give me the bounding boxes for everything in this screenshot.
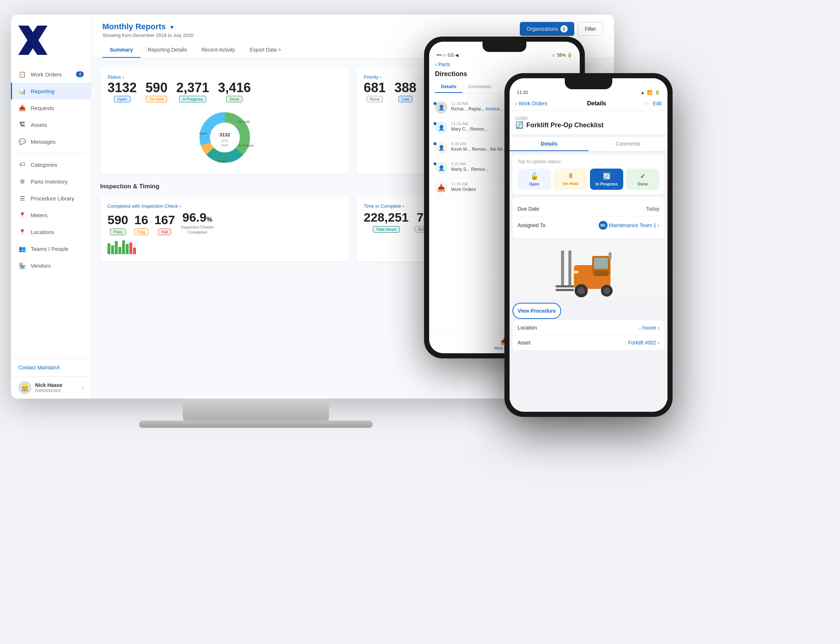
svg-text:On Hold: On Hold: [238, 120, 249, 123]
total-hours-group: 228,251 Total Hours: [364, 210, 409, 233]
sidebar-label-requests: Requests: [31, 105, 54, 111]
svg-rect-42: [574, 271, 578, 274]
status-btn-open[interactable]: 🔓 Open: [518, 169, 551, 190]
bar-3: [115, 241, 118, 254]
time-complete-link: Time to Complete: [364, 203, 401, 209]
bar-2: [111, 245, 114, 254]
wo-tabs-row: Details Comments: [510, 137, 668, 151]
status-btn-inprogress[interactable]: 🔄 In Progress: [590, 169, 623, 190]
pct-symbol: %: [207, 216, 212, 223]
sidebar-item-vendors[interactable]: 🏪 Vendors: [11, 257, 91, 274]
inspection-check-title[interactable]: Completed with Inspection Check ›: [107, 203, 342, 209]
contact-maintainx[interactable]: Contact MaintainX: [11, 358, 91, 376]
asset-chevron-icon: ›: [658, 340, 660, 346]
svg-rect-35: [556, 289, 574, 291]
location-value: ...house ›: [638, 325, 660, 330]
none-badge: None: [367, 96, 383, 102]
view-procedure-button[interactable]: View Procedure: [512, 303, 561, 319]
wo-tab-comments[interactable]: Comments: [589, 137, 668, 151]
sidebar-item-work-orders[interactable]: 📋 Work Orders 4: [11, 66, 91, 83]
parts-back-button[interactable]: ‹ Parts: [435, 61, 450, 67]
wo-title: Forklift Pre-Op Checklist: [527, 122, 604, 129]
status-numbers: 3132 Open 590 On Hold 2,371 In Progress: [107, 81, 342, 102]
activity-dot-4: [433, 163, 436, 165]
pass-badge: Pass: [110, 228, 125, 235]
none-value: 681: [364, 81, 386, 94]
open-status-icon: 🔓: [530, 172, 538, 180]
activity-dot-1: [433, 102, 436, 105]
parts-tab-details[interactable]: Details: [435, 81, 463, 93]
wo-tab-details[interactable]: Details: [510, 137, 589, 151]
wo-asset-row[interactable]: Asset Forklift #002 ›: [512, 335, 664, 350]
filter-button[interactable]: Filter: [578, 22, 603, 36]
due-date-value: Today: [646, 206, 660, 212]
meters-icon: 📍: [18, 211, 26, 219]
hold-value: 590: [146, 81, 167, 94]
tab-recent-activity[interactable]: Recent Activity: [194, 43, 242, 58]
sidebar-item-teams-people[interactable]: 👥 Teams / People: [11, 240, 91, 257]
wo-assigned-row[interactable]: Assigned To M1 Maintenance Team 1 ›: [518, 217, 660, 234]
svg-rect-34: [556, 285, 574, 288]
done-status-icon: ✓: [640, 172, 646, 180]
flag-badge: Flag: [134, 228, 148, 235]
signal-icon: 📶: [647, 90, 653, 95]
sidebar-item-categories[interactable]: 🏷 Categories: [11, 156, 91, 173]
total-hours-badge: Total Hours: [373, 226, 400, 233]
sidebar-item-procedure-library[interactable]: ☰ Procedure Library: [11, 190, 91, 207]
mt1-badge: M1: [599, 221, 607, 230]
wo-back-button[interactable]: ‹ Work Orders: [515, 100, 548, 107]
svg-rect-40: [609, 252, 612, 260]
forklift-svg: [552, 243, 625, 298]
wo-location-section: Location ...house › Asset Forklift #002 …: [512, 320, 664, 350]
sidebar-item-reporting[interactable]: 📊 Reporting: [11, 83, 91, 99]
done-status-label: Done: [638, 182, 648, 186]
status-buttons-row: 🔓 Open ⏸ On Hold 🔄 In Progress ✓: [518, 169, 660, 190]
open-status-label: Open: [529, 182, 539, 186]
sidebar-label-categories: Categories: [31, 162, 57, 168]
hold-status-icon: ⏸: [567, 172, 574, 180]
tab-export-data[interactable]: Export Data >: [242, 43, 289, 58]
svg-rect-32: [561, 250, 564, 287]
sidebar-item-requests[interactable]: 📥 Requests: [11, 99, 91, 116]
svg-text:3132: 3132: [219, 132, 230, 138]
bar-4: [118, 247, 121, 254]
asset-value: Forklift #002 ›: [628, 340, 660, 346]
organizations-count-badge: 3: [560, 25, 568, 33]
hold-status-label: On Hold: [563, 181, 578, 186]
bar-1: [107, 243, 110, 254]
sidebar-item-messages[interactable]: 💬 Messages: [11, 133, 91, 150]
wo-screen: 11:33 ▲ 📶 🔋 ‹ Work Orders Details ··· Ed…: [510, 78, 668, 412]
page-title: Monthly Reports ▾: [102, 22, 194, 31]
reporting-icon: 📊: [18, 87, 26, 95]
dropdown-icon: ▾: [171, 24, 173, 30]
assigned-value: M1 Maintenance Team 1 ›: [599, 221, 660, 230]
wo-more-button[interactable]: ···: [646, 100, 650, 107]
filter-label: Filter: [585, 26, 596, 32]
activity-link-1[interactable]: Invoice...: [486, 107, 503, 112]
wo-edit-button[interactable]: Edit: [653, 100, 662, 107]
inspection-checks-group: 96.9% Inspection Checks Completed: [181, 210, 214, 235]
sidebar-item-parts-inventory[interactable]: ⚙ Parts Inventory: [11, 173, 91, 190]
status-label: Status: [107, 74, 121, 80]
sidebar-label-work-orders: Work Orders: [31, 71, 62, 77]
sidebar-item-assets[interactable]: 🏗 Assets: [11, 116, 91, 133]
sidebar-item-meters[interactable]: 📍 Meters: [11, 207, 91, 223]
sidebar-item-locations[interactable]: 📍 Locations: [11, 223, 91, 240]
inspection-pct: 96.9%: [181, 210, 214, 225]
status-card-title[interactable]: Status ›: [107, 74, 342, 80]
wo-back-label: Work Orders: [519, 100, 548, 107]
tab-reporting-details[interactable]: Reporting Details: [140, 43, 194, 58]
status-btn-hold[interactable]: ⏸ On Hold: [554, 169, 587, 190]
wo-location-row[interactable]: Location ...house ›: [512, 320, 664, 335]
user-profile[interactable]: 👷 Nick Haase Administrator ›: [11, 376, 91, 399]
parts-tab-comments[interactable]: Comments: [463, 81, 497, 93]
vendors-icon: 🏪: [18, 261, 26, 269]
wo-image-section: [512, 242, 664, 300]
stat-hold: 590 On Hold: [146, 81, 167, 102]
status-btn-done[interactable]: ✓ Done: [626, 169, 660, 190]
inprogress-badge: In Progress: [179, 96, 206, 102]
svg-point-39: [604, 288, 610, 294]
organizations-button[interactable]: Organizations 3: [520, 22, 574, 36]
inspection-check-card: Completed with Inspection Check › 590 Pa…: [100, 196, 349, 261]
tab-summary[interactable]: Summary: [102, 43, 140, 58]
